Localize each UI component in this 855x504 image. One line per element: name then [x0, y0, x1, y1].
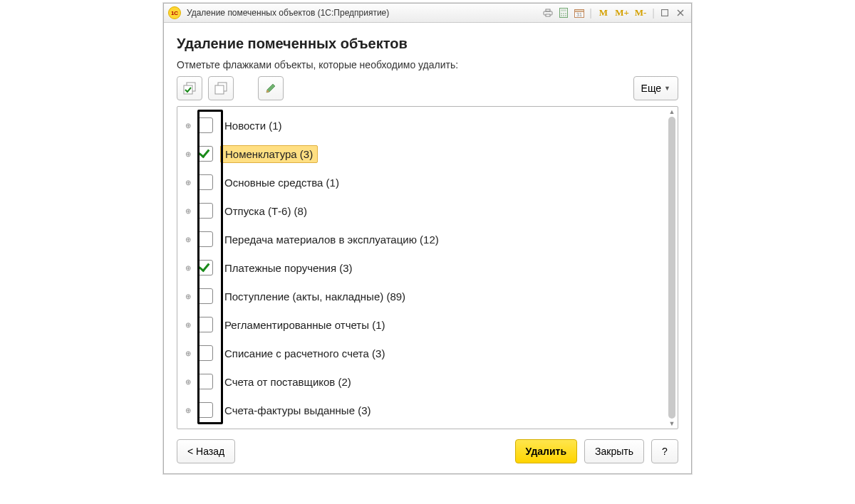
item-checkbox[interactable] — [197, 345, 213, 361]
svg-rect-4 — [561, 9, 566, 11]
list-item[interactable]: ⊕Регламентированные отчеты (1) — [183, 310, 666, 339]
list-item[interactable]: ⊕Отпуска (Т-6) (8) — [183, 196, 666, 225]
delete-button[interactable]: Удалить — [515, 439, 577, 463]
instruction-text: Отметьте флажками объекты, которые необх… — [177, 59, 678, 70]
m-plus-icon[interactable]: M+ — [614, 7, 630, 19]
expand-icon[interactable]: ⊕ — [183, 348, 193, 358]
separator: | — [651, 7, 656, 19]
item-label: Поступление (акты, накладные) (89) — [220, 288, 410, 305]
svg-rect-20 — [215, 85, 224, 94]
item-label: Отпуска (Т-6) (8) — [220, 203, 311, 219]
calc-icon[interactable] — [557, 7, 570, 19]
scroll-up-icon[interactable]: ▲ — [668, 108, 676, 115]
item-label: Счета-фактуры выданные (3) — [220, 402, 375, 419]
expand-icon[interactable]: ⊕ — [183, 320, 193, 330]
item-checkbox[interactable] — [197, 146, 213, 162]
expand-icon[interactable]: ⊕ — [183, 234, 193, 244]
list-item[interactable]: ⊕Счета от поставщиков (2) — [183, 367, 666, 396]
svg-rect-2 — [546, 14, 550, 16]
titlebar-tools: 31 | M M+ M- | — [542, 7, 687, 19]
item-checkbox[interactable] — [197, 117, 213, 133]
svg-point-7 — [565, 13, 566, 14]
svg-point-5 — [561, 13, 562, 14]
svg-rect-18 — [184, 85, 192, 94]
page-title: Удаление помеченных объектов — [177, 36, 678, 52]
list-item[interactable]: ⊕Основные средства (1) — [183, 168, 666, 196]
scrollbar[interactable]: ▲ ▼ — [668, 108, 676, 427]
footer: < Назад Удалить Закрыть ? — [177, 439, 678, 463]
svg-point-8 — [561, 15, 562, 16]
expand-icon[interactable]: ⊕ — [183, 377, 193, 387]
separator: | — [589, 7, 593, 19]
chevron-down-icon: ▼ — [664, 85, 670, 92]
svg-point-10 — [565, 15, 566, 16]
calendar-icon[interactable]: 31 — [573, 7, 586, 19]
item-checkbox[interactable] — [197, 402, 213, 418]
list-item[interactable]: ⊕Поступление (акты, накладные) (89) — [183, 282, 666, 310]
list-item[interactable]: ⊕Списание с расчетного счета (3) — [183, 339, 666, 367]
item-checkbox[interactable] — [197, 174, 213, 190]
close-button[interactable]: Закрыть — [584, 439, 644, 463]
m-icon[interactable]: M — [596, 7, 611, 19]
item-checkbox[interactable] — [197, 260, 213, 275]
expand-icon[interactable]: ⊕ — [183, 291, 193, 301]
expand-icon[interactable]: ⊕ — [183, 177, 193, 187]
item-label: Списание с расчетного счета (3) — [220, 345, 389, 362]
item-label: Счета от поставщиков (2) — [220, 374, 356, 390]
window-title: Удаление помеченных объектов (1С:Предпри… — [187, 8, 542, 18]
objects-list: ⊕Новости (1)⊕Номенклатура (3)⊕Основные с… — [177, 106, 678, 429]
window: 1C Удаление помеченных объектов (1С:Пред… — [163, 3, 692, 474]
m-minus-icon[interactable]: M- — [633, 7, 648, 19]
item-label: Платежные поручения (3) — [220, 260, 357, 276]
svg-point-6 — [563, 13, 564, 14]
item-label: Номенклатура (3) — [220, 145, 318, 163]
list-item[interactable]: ⊕Платежные поручения (3) — [183, 253, 666, 282]
list-item[interactable]: ⊕Передача материалов в эксплуатацию (12) — [183, 225, 666, 253]
item-checkbox[interactable] — [197, 374, 213, 389]
svg-rect-14 — [662, 10, 668, 16]
item-checkbox[interactable] — [197, 203, 213, 219]
list-item[interactable]: ⊕Номенклатура (3) — [183, 140, 666, 168]
print-icon[interactable] — [542, 7, 554, 19]
select-all-button[interactable] — [177, 76, 202, 100]
item-label: Передача материалов в эксплуатацию (12) — [220, 231, 443, 248]
help-button[interactable]: ? — [651, 439, 678, 463]
titlebar: 1C Удаление помеченных объектов (1С:Пред… — [164, 4, 691, 23]
scroll-down-icon[interactable]: ▼ — [668, 420, 676, 427]
back-button[interactable]: < Назад — [177, 439, 235, 463]
list-item[interactable]: ⊕Счета-фактуры выданные (3) — [183, 396, 666, 424]
svg-text:31: 31 — [576, 12, 582, 17]
expand-icon[interactable]: ⊕ — [183, 263, 193, 273]
item-checkbox[interactable] — [197, 317, 213, 332]
maximize-icon[interactable] — [658, 7, 671, 19]
item-checkbox[interactable] — [197, 288, 213, 304]
scroll-thumb[interactable] — [668, 117, 675, 419]
svg-rect-1 — [546, 9, 550, 11]
edit-button[interactable] — [258, 76, 284, 100]
item-label: Основные средства (1) — [220, 174, 343, 191]
more-label: Еще — [641, 83, 662, 94]
svg-point-9 — [563, 15, 564, 16]
expand-icon[interactable]: ⊕ — [183, 405, 193, 415]
expand-icon[interactable]: ⊕ — [183, 206, 193, 216]
expand-icon[interactable]: ⊕ — [183, 120, 193, 130]
list-item[interactable]: ⊕Новости (1) — [183, 111, 666, 140]
deselect-all-button[interactable] — [208, 76, 234, 100]
expand-icon[interactable]: ⊕ — [183, 149, 193, 159]
item-checkbox[interactable] — [197, 231, 213, 247]
content: Удаление помеченных объектов Отметьте фл… — [164, 23, 691, 473]
item-label: Новости (1) — [220, 117, 286, 134]
more-button[interactable]: Еще ▼ — [633, 76, 678, 100]
item-label: Регламентированные отчеты (1) — [220, 317, 390, 333]
close-icon[interactable] — [674, 7, 687, 19]
toolbar: Еще ▼ — [177, 76, 678, 100]
app-icon: 1C — [168, 6, 181, 19]
